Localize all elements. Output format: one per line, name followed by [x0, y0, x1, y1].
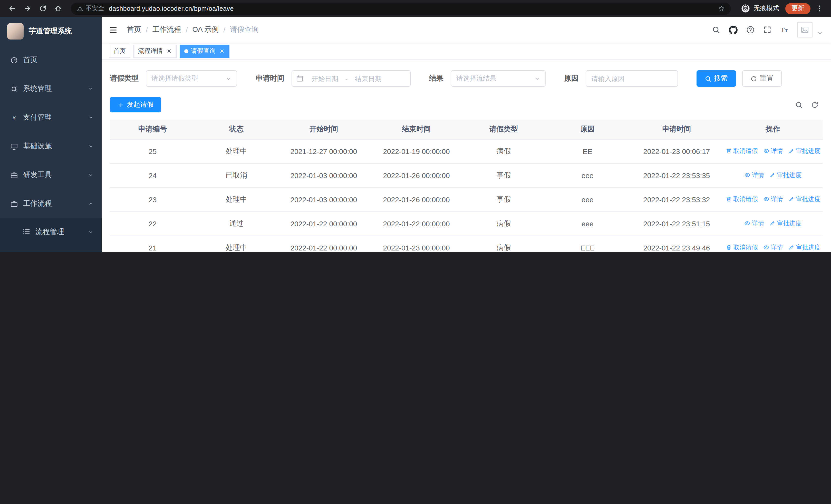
tab-2[interactable]: 流程详情: [134, 45, 177, 58]
chevron-down-icon: [88, 173, 93, 178]
font-size-icon[interactable]: TT: [780, 26, 789, 34]
tab-1[interactable]: 首页: [109, 45, 131, 58]
op-detail-link[interactable]: 详情: [763, 243, 783, 252]
column-header: 结束时间: [370, 120, 463, 139]
sidebar-item-payment[interactable]: ¥支付管理: [0, 103, 102, 132]
op-label: 审批进度: [796, 195, 821, 204]
cell-type: 病假: [463, 139, 545, 163]
browser-home-icon[interactable]: [51, 2, 65, 15]
dashboard-icon: [10, 56, 18, 64]
search-button[interactable]: 搜索: [696, 70, 736, 87]
briefcase-icon: [10, 200, 18, 208]
search-icon[interactable]: [712, 26, 720, 34]
security-label: 不安全: [86, 4, 104, 13]
svg-text:¥: ¥: [12, 114, 16, 121]
sidebar-item-process-mgmt[interactable]: 流程管理: [0, 218, 102, 245]
monitor-icon: [10, 142, 18, 150]
active-tab-dot: [184, 49, 189, 53]
bookmark-star-icon[interactable]: [718, 5, 725, 12]
cell-operations: 详情审批进度: [723, 211, 823, 236]
op-progress-link[interactable]: 审批进度: [788, 243, 821, 252]
sidebar-item-system[interactable]: 系统管理: [0, 75, 102, 103]
cell-status: 处理中: [195, 236, 277, 252]
op-label: 取消请假: [733, 195, 758, 204]
url-text: dashboard.yudao.iocoder.cn/bpm/oa/leave: [109, 5, 234, 12]
avatar[interactable]: [797, 22, 812, 37]
cell-operations: 取消请假详情审批进度: [723, 236, 823, 252]
security-status: 不安全: [77, 4, 104, 13]
breadcrumb-item[interactable]: 首页: [127, 25, 141, 34]
toggle-search-icon[interactable]: [795, 101, 803, 109]
breadcrumb-item[interactable]: 工作流程: [152, 25, 181, 34]
chevron-down-icon: [226, 76, 231, 81]
column-header: 申请时间: [630, 120, 723, 139]
create-leave-label: 发起请假: [127, 100, 153, 109]
cell-start: 2021-12-27 00:00:00: [278, 139, 370, 163]
avatar-caret-icon[interactable]: [817, 30, 823, 37]
op-progress-link[interactable]: 审批进度: [788, 195, 821, 204]
sidebar-item-home[interactable]: 首页: [0, 46, 102, 75]
chevron-down-icon: [88, 229, 93, 234]
cell-id: 24: [110, 163, 195, 187]
sidebar-item-label: 首页: [23, 55, 37, 65]
op-detail-link[interactable]: 详情: [763, 195, 783, 204]
sidebar: 芋道管理系统 首页系统管理¥支付管理基础设施研发工具工作流程流程管理任务管理我的…: [0, 17, 102, 252]
end-date-input[interactable]: [350, 75, 387, 82]
date-range-picker[interactable]: -: [291, 70, 411, 87]
column-header: 申请编号: [110, 120, 195, 139]
breadcrumb-separator: /: [186, 26, 188, 34]
eye-icon: [763, 244, 769, 251]
chevron-down-icon: [534, 76, 540, 81]
sidebar-item-devtools[interactable]: 研发工具: [0, 161, 102, 189]
cell-status: 通过: [195, 211, 277, 236]
op-cancel-link[interactable]: 取消请假: [725, 195, 758, 204]
refresh-table-icon[interactable]: [811, 101, 819, 109]
reset-button[interactable]: 重置: [742, 70, 782, 87]
browser-reload-icon[interactable]: [36, 2, 49, 15]
op-detail-link[interactable]: 详情: [744, 219, 764, 228]
browser-back-icon[interactable]: [5, 2, 19, 15]
sidebar-item-infrastructure[interactable]: 基础设施: [0, 132, 102, 161]
op-detail-link[interactable]: 详情: [763, 147, 783, 155]
browser-update-button[interactable]: 更新: [785, 3, 810, 14]
op-cancel-link[interactable]: 取消请假: [725, 243, 758, 252]
breadcrumb-item[interactable]: OA 示例: [193, 25, 219, 34]
cell-reason: eee: [545, 187, 630, 211]
tab-close-icon[interactable]: [219, 48, 225, 54]
help-icon[interactable]: [746, 26, 754, 34]
main-area: 首页/工作流程/OA 示例/请假查询 TT 首页流程详情请假查询 请假类型: [102, 17, 831, 252]
github-icon[interactable]: [729, 25, 738, 34]
trash-icon: [725, 244, 732, 251]
sidebar-item-task-mgmt[interactable]: 任务管理: [0, 245, 102, 252]
list-icon: [23, 228, 30, 236]
op-progress-link[interactable]: 审批进度: [769, 171, 802, 180]
chevron-down-icon: [88, 144, 93, 149]
tab-close-icon[interactable]: [166, 48, 172, 54]
cell-apply_time: 2022-01-23 00:06:17: [630, 139, 723, 163]
sidebar-item-workflow[interactable]: 工作流程: [0, 189, 102, 218]
logo[interactable]: 芋道管理系统: [0, 17, 102, 46]
result-select[interactable]: 请选择流结果: [451, 70, 546, 87]
fullscreen-icon[interactable]: [763, 26, 771, 34]
incognito-badge: 无痕模式: [741, 4, 779, 13]
hamburger-icon[interactable]: [109, 25, 118, 34]
op-cancel-link[interactable]: 取消请假: [725, 147, 758, 155]
leave-type-select[interactable]: 请选择请假类型: [146, 70, 237, 87]
reason-input[interactable]: [591, 75, 672, 82]
filter-result: 结果 请选择流结果: [429, 70, 546, 87]
logo-avatar: [7, 23, 24, 39]
address-bar[interactable]: 不安全 dashboard.yudao.iocoder.cn/bpm/oa/le…: [71, 2, 731, 14]
tags-bar: 首页流程详情请假查询: [102, 42, 831, 60]
eye-icon: [744, 172, 750, 178]
eye-icon: [744, 220, 750, 227]
browser-forward-icon[interactable]: [21, 2, 34, 15]
browser-menu-icon[interactable]: [812, 2, 826, 15]
tab-3[interactable]: 请假查询: [180, 45, 229, 58]
leave-table: 申请编号状态开始时间结束时间请假类型原因申请时间操作 25处理中2021-12-…: [110, 120, 823, 252]
op-detail-link[interactable]: 详情: [744, 171, 764, 180]
op-progress-link[interactable]: 审批进度: [788, 147, 821, 155]
op-progress-link[interactable]: 审批进度: [769, 219, 802, 228]
range-separator: -: [345, 75, 348, 82]
create-leave-button[interactable]: 发起请假: [110, 97, 161, 112]
start-date-input[interactable]: [307, 75, 343, 82]
